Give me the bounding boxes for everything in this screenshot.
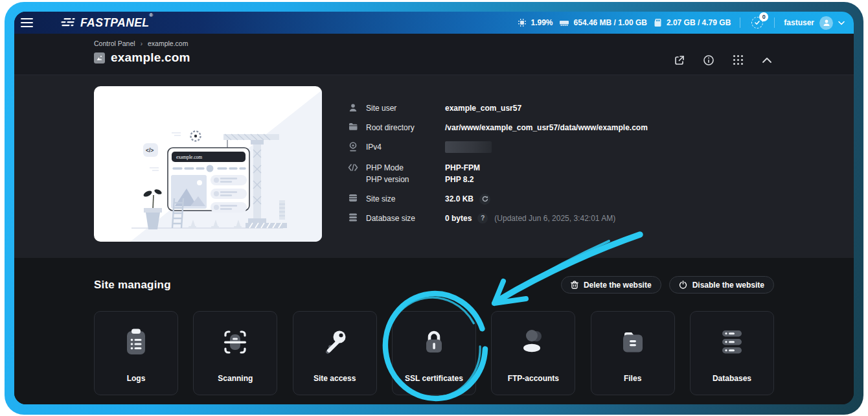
help-icon[interactable]: ? [477,213,488,224]
delete-website-button[interactable]: Delete the website [561,276,661,294]
trash-icon [571,281,578,289]
refresh-icon [482,196,488,202]
users-icon [518,327,548,360]
site-user-row: Site user example_com_usr57 [348,102,774,114]
card-ftp-accounts[interactable]: FTP-accounts [491,311,575,395]
site-size-row: Site size 32.0 KB [348,193,774,205]
code-icon [348,162,358,171]
logs-icon [121,327,151,360]
disk-icon [653,18,662,27]
site-info-section: </> example.com [14,75,854,258]
site-managing-section: Site managing Delete the website [14,258,854,404]
managing-cards: Logs Scannin [94,311,774,395]
hamburger-menu-button[interactable] [21,16,40,30]
php-version-value: PHP 8.2 [445,174,480,185]
fastpanel-logo-icon [60,17,76,28]
fastpanel-logo: FASTPANEL® [60,16,154,30]
php-row: PHP Mode PHP version PHP-FPM PHP 8.2 [348,162,774,185]
collapse-button[interactable] [760,53,774,67]
open-site-button[interactable] [672,53,687,67]
database-size-value: 0 bytes [445,213,472,224]
user-menu[interactable]: fastuser [784,16,845,30]
svg-text:</>: </> [146,147,154,154]
site-info-list: Site user example_com_usr57 Root directo… [348,86,774,232]
page-header: Control Panel › example.com example.com [14,34,854,75]
location-icon [348,141,358,152]
database-icon [348,213,358,222]
card-databases[interactable]: Databases [690,311,774,395]
site-image-icon [94,52,105,64]
card-ssl-certificates[interactable]: SSL certificates [392,311,476,395]
breadcrumb: Control Panel › example.com [94,40,190,47]
svg-text:example.com: example.com [176,154,202,160]
chevron-up-icon [762,57,772,64]
ram-icon [559,19,569,27]
app-window: FASTPANEL® 1.99% [14,12,854,404]
breadcrumb-separator: › [141,40,143,47]
username: fastuser [784,18,814,27]
cpu-icon [518,18,527,27]
external-link-icon [674,54,685,66]
database-size-row: Database size 0 bytes ? (Updated Jun 6, … [348,213,774,224]
avatar [819,16,833,30]
site-size-value: 32.0 KB [445,193,474,205]
apps-grid-button[interactable] [731,53,745,67]
folder-icon [348,122,358,131]
database-size-updated: (Updated Jun 6, 2025, 3:42:01 AM) [494,213,615,224]
card-site-access[interactable]: Site access [293,311,377,395]
site-illustration: </> example.com [94,86,322,242]
breadcrumb-current: example.com [148,40,188,47]
root-directory-value: /var/www/example_com_usr57/data/www/exam… [445,122,648,133]
card-files[interactable]: Files [591,311,675,395]
section-title: Site managing [94,279,171,292]
key-icon [320,327,350,360]
topbar-divider [774,17,775,28]
registered-mark: ® [149,12,153,18]
card-logs[interactable]: Logs [94,311,178,395]
databases-icon [717,327,747,360]
user-icon [348,102,358,112]
ipv4-row: IPv4 [348,141,774,153]
cpu-usage-stat: 1.99% [518,18,553,27]
grid-icon [733,54,744,65]
topbar: FASTPANEL® 1.99% [14,12,854,34]
info-button[interactable] [702,53,716,67]
storage-icon [348,193,358,202]
card-scanning[interactable]: Scanning [193,311,277,395]
disk-usage-stat: 2.07 GB / 4.79 GB [653,18,731,27]
chevron-down-icon [838,21,845,25]
notifications-badge: 0 [759,12,768,21]
files-folder-icon [618,327,648,360]
ipv4-value-redacted [445,141,492,153]
logo-text: FASTPANEL® [80,16,154,30]
php-mode-value: PHP-FPM [445,162,480,174]
lock-icon [419,327,449,360]
disable-website-button[interactable]: Disable the website [669,276,774,294]
ladder-illustration [172,198,183,228]
notifications-button[interactable]: 0 [749,15,765,30]
info-icon [703,54,714,66]
scan-icon [220,327,250,360]
root-directory-row: Root directory /var/www/example_com_usr5… [348,122,774,133]
page-title: example.com [111,51,190,65]
recalculate-size-button[interactable] [479,194,490,205]
site-user-value: example_com_usr57 [445,102,521,114]
ram-usage-stat: 654.46 MB / 1.00 GB [559,18,647,27]
topbar-divider [740,17,740,28]
power-icon [679,281,687,289]
breadcrumb-control-panel[interactable]: Control Panel [94,40,135,47]
